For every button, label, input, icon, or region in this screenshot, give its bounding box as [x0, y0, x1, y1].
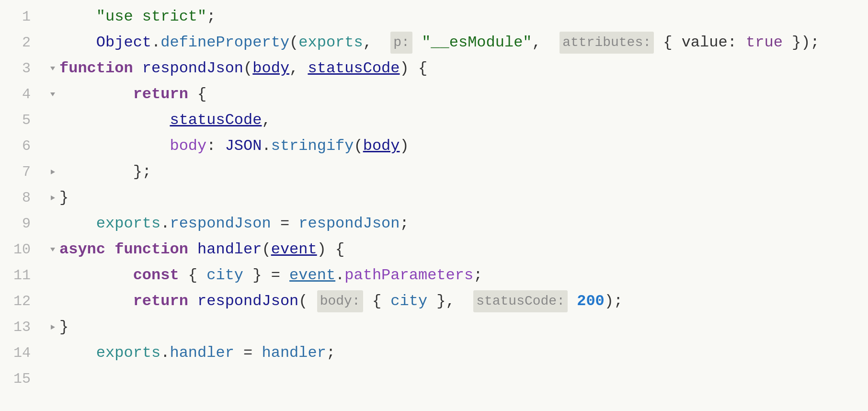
line-number-7: 7	[8, 159, 31, 185]
keyword-token: return	[133, 289, 188, 313]
function-name-token: respondJson	[197, 289, 298, 313]
plain-token: ,	[363, 31, 391, 55]
param-token: body	[252, 57, 289, 80]
code-line-15	[48, 366, 868, 392]
plain-token: :	[206, 134, 225, 158]
code-line-14: exports.handler = handler;	[48, 340, 868, 366]
function-name-token: handler	[197, 238, 262, 262]
exports-token: exports	[96, 212, 160, 236]
plain-token	[59, 263, 133, 287]
code-line-5: statusCode,	[48, 107, 868, 133]
line-number-10: 10	[8, 237, 31, 263]
line-number-14: 14	[8, 340, 31, 366]
exports-token: exports	[298, 31, 363, 55]
fold-open-icon[interactable]	[48, 245, 57, 254]
exports-token: exports	[96, 341, 160, 365]
plain-token	[59, 82, 133, 106]
variable-token: city	[206, 263, 243, 287]
plain-token: value	[682, 31, 728, 55]
line-number-13: 13	[8, 314, 31, 340]
plain-token	[133, 57, 142, 80]
line-number-1: 1	[8, 4, 31, 30]
line-number-5: 5	[8, 107, 31, 133]
keyword-token: function	[59, 57, 133, 80]
plain-token: ;	[400, 212, 409, 236]
plain-token: ) {	[400, 57, 428, 80]
line-number-6: 6	[8, 133, 31, 159]
plain-token	[59, 31, 96, 55]
plain-token: =	[271, 212, 299, 236]
method-token: stringify	[271, 134, 354, 158]
keyword-token: return	[133, 82, 188, 106]
param-token: body	[363, 134, 400, 158]
property-token: body	[170, 134, 206, 158]
keyword-token: const	[133, 263, 179, 287]
plain-token: ) {	[317, 238, 345, 262]
number-token: 200	[577, 289, 605, 313]
code-line-7: };	[48, 159, 868, 185]
keyword2-token: true	[746, 31, 783, 55]
line-numbers: 123456789101112131415	[0, 0, 38, 411]
code-line-10: async function handler(event) {	[48, 237, 868, 263]
fold-open-icon[interactable]	[48, 64, 57, 73]
function-name-token: respondJson	[142, 57, 243, 80]
plain-token	[59, 212, 96, 236]
code-line-2: Object.defineProperty(exports, p: "__esM…	[48, 30, 868, 56]
line-number-8: 8	[8, 185, 31, 211]
plain-token	[568, 289, 577, 313]
object-token: Object	[96, 31, 151, 55]
line-number-15: 15	[8, 366, 31, 392]
fold-closed-icon[interactable]	[48, 167, 57, 177]
plain-token: );	[605, 289, 623, 313]
property-token: pathParameters	[344, 263, 473, 287]
plain-token	[188, 238, 197, 262]
object-token: JSON	[225, 134, 262, 158]
variable-underline-token: event	[289, 263, 335, 287]
plain-token: }	[59, 186, 69, 210]
plain-token: ,	[289, 57, 308, 80]
plain-token: .	[262, 134, 271, 158]
plain-token: =	[234, 341, 262, 365]
plain-token	[105, 238, 114, 262]
variable-token: respondJson	[298, 212, 400, 236]
plain-token	[59, 5, 96, 29]
code-line-1: "use strict";	[48, 4, 868, 30]
plain-token: {	[188, 82, 206, 106]
line-number-9: 9	[8, 211, 31, 237]
plain-token: };	[133, 160, 151, 184]
plain-token: }	[59, 315, 69, 339]
plain-token	[59, 341, 96, 365]
code-line-12: return respondJson( body: { city }, stat…	[48, 288, 868, 314]
line-number-2: 2	[8, 30, 31, 56]
plain-token: .	[160, 341, 170, 365]
plain-token	[59, 289, 133, 313]
plain-token: },	[427, 289, 473, 313]
code-editor: 123456789101112131415 "use strict"; Obje…	[0, 0, 868, 411]
keyword-token: function	[114, 238, 188, 262]
code-line-6: body: JSON.stringify(body)	[48, 133, 868, 159]
plain-token: (	[243, 57, 252, 80]
variable-token: handler	[170, 341, 234, 365]
plain-token: (	[289, 31, 298, 55]
hint-token: attributes:	[560, 32, 654, 53]
code-line-13: }	[48, 314, 868, 340]
plain-token: ;	[326, 341, 335, 365]
plain-token	[59, 160, 133, 184]
plain-token: (	[298, 289, 317, 313]
plain-token: (	[354, 134, 363, 158]
variable-token: respondJson	[170, 212, 271, 236]
code-line-9: exports.respondJson = respondJson;	[48, 211, 868, 237]
code-line-11: const { city } = event.pathParameters;	[48, 263, 868, 288]
variable-token: city	[390, 289, 427, 313]
code-line-8: }	[48, 185, 868, 211]
plain-token: ,	[532, 31, 560, 55]
plain-token	[59, 134, 170, 158]
method-token: defineProperty	[160, 31, 289, 55]
plain-token	[188, 289, 197, 313]
plain-token: {	[654, 31, 682, 55]
line-number-11: 11	[8, 263, 31, 288]
fold-open-icon[interactable]	[48, 90, 57, 99]
fold-closed-icon[interactable]	[48, 193, 57, 203]
fold-closed-icon[interactable]	[48, 322, 57, 332]
plain-token: });	[783, 31, 820, 55]
